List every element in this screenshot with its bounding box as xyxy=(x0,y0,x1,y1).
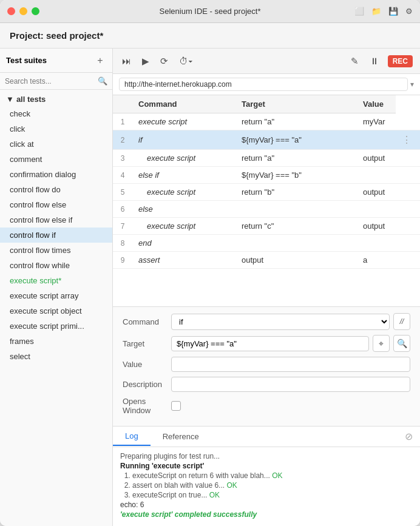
minimize-button[interactable] xyxy=(19,7,27,15)
rec-button[interactable]: REC xyxy=(388,55,413,67)
table-row[interactable]: 8 end xyxy=(113,235,420,252)
help-button[interactable]: // xyxy=(393,313,410,330)
url-bar: ▾ xyxy=(113,74,420,95)
target-input[interactable] xyxy=(171,336,369,351)
row-command: assert xyxy=(132,252,235,269)
row-command: execute script xyxy=(132,113,235,130)
url-input[interactable] xyxy=(119,78,408,91)
speed-button[interactable]: ⏱▾ xyxy=(177,54,195,68)
opens-window-checkbox[interactable] xyxy=(171,401,181,411)
log-list: executeScript on return 6 with value bla… xyxy=(120,471,413,499)
sidebar-item-execute-script-object[interactable]: execute script object xyxy=(0,303,112,319)
opens-window-label: Opens Window xyxy=(123,397,171,415)
opens-window-row: Opens Window xyxy=(123,397,410,415)
save-icon[interactable]: 💾 xyxy=(388,7,398,16)
sidebar-item-select[interactable]: select xyxy=(0,349,112,364)
tab-log[interactable]: Log xyxy=(113,427,151,446)
row-number: 1 xyxy=(113,113,132,130)
search-input[interactable] xyxy=(5,77,98,86)
row-target xyxy=(235,235,357,252)
commands-table-container: Command Target Value 1 execute script re… xyxy=(113,95,420,306)
row-command: if xyxy=(132,130,235,150)
table-row[interactable]: 4 else if ${myVar} === "b" xyxy=(113,167,420,184)
right-panel: ⏭ ▶ ⟳ ⏱▾ ✎ ⏸ REC ▾ C xyxy=(113,49,420,526)
sidebar-item-execute-script-primi[interactable]: execute script primi... xyxy=(0,319,112,334)
command-row: Command if // xyxy=(123,313,410,330)
target-select-icon[interactable]: ⌖ xyxy=(373,335,390,352)
step-over-button[interactable]: ⏭ xyxy=(120,54,133,68)
close-button[interactable] xyxy=(7,7,15,15)
search-icon: 🔍 xyxy=(98,76,107,86)
row-number: 9 xyxy=(113,252,132,269)
list-item: executeScript on true... OK xyxy=(132,491,413,499)
table-row[interactable]: 1 execute script return "a" myVar xyxy=(113,113,420,130)
sidebar-item-check[interactable]: check xyxy=(0,106,112,121)
table-row[interactable]: 9 assert output a xyxy=(113,252,420,269)
description-label: Description xyxy=(123,380,171,389)
row-command: execute script xyxy=(132,218,235,235)
table-row[interactable]: 3 execute script return "a" output xyxy=(113,150,420,167)
toolbar: ⏭ ▶ ⟳ ⏱▾ ✎ ⏸ REC xyxy=(113,49,420,74)
row-target: return "a" xyxy=(235,150,357,167)
sidebar-group-all-tests[interactable]: ▼ all tests xyxy=(0,92,112,106)
row-value xyxy=(357,130,396,150)
open-folder-icon[interactable]: 📁 xyxy=(371,7,381,16)
sidebar-item-control-flow-while[interactable]: control flow while xyxy=(0,258,112,273)
project-title: Project: seed project* xyxy=(10,30,103,41)
record-loop-button[interactable]: ⟳ xyxy=(158,54,170,69)
description-control xyxy=(171,377,410,392)
sidebar-item-confirmation-dialog[interactable]: confirmation dialog xyxy=(0,167,112,182)
command-select[interactable]: if xyxy=(171,314,390,330)
table-row[interactable]: 6 else xyxy=(113,201,420,218)
row-target: return "b" xyxy=(235,184,357,201)
ok-label: OK xyxy=(209,491,220,499)
col-header-value: Value xyxy=(357,95,396,113)
project-bar: Project: seed project* xyxy=(0,23,420,49)
description-input[interactable] xyxy=(171,377,410,392)
sidebar-item-click[interactable]: click xyxy=(0,121,112,137)
sidebar-item-frames[interactable]: frames xyxy=(0,334,112,349)
row-number: 6 xyxy=(113,201,132,218)
row-value xyxy=(357,167,396,184)
titlebar-actions: ⬜ 📁 💾 ⚙ xyxy=(354,7,413,16)
row-command: else if xyxy=(132,167,235,184)
target-search-icon[interactable]: 🔍 xyxy=(393,335,410,352)
value-row: Value xyxy=(123,357,410,372)
sidebar-header-title: Test suites xyxy=(6,56,94,65)
url-dropdown-icon[interactable]: ▾ xyxy=(410,80,414,89)
row-command: execute script xyxy=(132,184,235,201)
comment-button[interactable]: ✎ xyxy=(349,54,361,69)
sidebar-item-control-flow-do[interactable]: control flow do xyxy=(0,182,112,197)
list-item: executeScript on return 6 with value bla… xyxy=(132,471,413,480)
tab-reference[interactable]: Reference xyxy=(151,428,211,445)
settings-icon[interactable]: ⚙ xyxy=(405,7,413,16)
sidebar-item-comment[interactable]: comment xyxy=(0,152,112,167)
row-number: 5 xyxy=(113,184,132,201)
row-target: return "c" xyxy=(235,218,357,235)
sidebar-item-control-flow-times[interactable]: control flow times xyxy=(0,243,112,258)
row-command: else xyxy=(132,201,235,218)
bottom-tabs: Log Reference ⊘ xyxy=(113,427,420,447)
sidebar-item-execute-script-array[interactable]: execute script array xyxy=(0,288,112,303)
row-command: end xyxy=(132,235,235,252)
add-suite-button[interactable]: + xyxy=(94,55,106,67)
bottom-area: Log Reference ⊘ Preparing plugins for te… xyxy=(113,426,420,526)
col-header-num xyxy=(113,95,132,113)
row-value xyxy=(357,201,396,218)
sidebar-item-control-flow-else[interactable]: control flow else xyxy=(0,197,112,212)
maximize-button[interactable] xyxy=(32,7,39,15)
table-row[interactable]: 2 if ${myVar} === "a" ⋮ xyxy=(113,130,420,150)
new-window-icon[interactable]: ⬜ xyxy=(354,7,364,16)
value-label: Value xyxy=(123,360,171,369)
value-input[interactable] xyxy=(171,357,410,372)
ok-label: OK xyxy=(226,481,237,490)
sidebar-item-execute-script[interactable]: execute script* xyxy=(0,273,112,288)
table-row[interactable]: 5 execute script return "b" output xyxy=(113,184,420,201)
row-actions[interactable]: ⋮ xyxy=(396,130,420,150)
sidebar-item-click-at[interactable]: click at xyxy=(0,137,112,152)
sidebar-item-control-flow-else-if[interactable]: control flow else if xyxy=(0,212,112,228)
sidebar-item-control-flow-if[interactable]: control flow if xyxy=(0,228,112,243)
play-button[interactable]: ▶ xyxy=(140,54,151,69)
table-row[interactable]: 7 execute script return "c" output xyxy=(113,218,420,235)
pause-button[interactable]: ⏸ xyxy=(368,54,381,68)
